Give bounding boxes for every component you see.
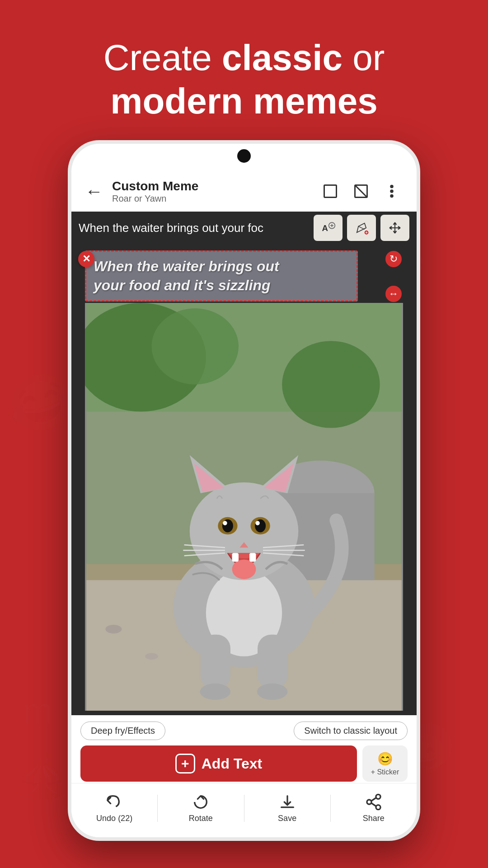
svg-point-49	[255, 521, 260, 525]
text-input[interactable]	[79, 221, 309, 235]
svg-point-62	[376, 805, 380, 810]
svg-point-11	[391, 190, 393, 193]
svg-point-30	[145, 653, 158, 660]
app-title: Custom Meme	[112, 179, 319, 193]
move-icon	[387, 220, 403, 236]
svg-point-61	[367, 800, 371, 804]
app-header: ← Custom Meme Roar or Yawn	[71, 171, 417, 212]
svg-text:🎪: 🎪	[14, 749, 70, 802]
phone-notch	[237, 149, 251, 163]
bottom-actions: Deep fry/Effects Switch to classic layou…	[71, 715, 417, 783]
canvas-area[interactable]: ✕ ↻ When the waiter brings out your food…	[71, 244, 417, 715]
svg-rect-7	[324, 185, 337, 198]
text-overlay-box[interactable]: ✕ ↻ When the waiter brings out your food…	[85, 250, 358, 302]
plus-icon: +	[175, 754, 195, 774]
chip-row: Deep fry/Effects Switch to classic layou…	[80, 722, 408, 740]
rotate-label: Rotate	[189, 814, 213, 823]
move-button[interactable]	[380, 215, 409, 241]
add-text-row: + Add Text 😊 + Sticker	[80, 745, 408, 782]
nav-save[interactable]: Save	[244, 793, 330, 823]
switch-layout-button[interactable]: Switch to classic layout	[294, 722, 408, 740]
more-options-button[interactable]	[380, 180, 403, 203]
delete-handle[interactable]: ✕	[78, 251, 94, 267]
crop-icon	[353, 183, 369, 199]
frame-button[interactable]	[319, 180, 342, 203]
svg-point-48	[223, 521, 227, 525]
svg-point-26	[152, 308, 239, 384]
font-settings-button[interactable]: A	[314, 215, 343, 241]
svg-point-27	[282, 341, 380, 428]
svg-rect-52	[232, 553, 239, 561]
app-subtitle: Roar or Yawn	[112, 193, 319, 204]
svg-rect-53	[249, 553, 256, 561]
rotate-icon	[192, 793, 210, 811]
svg-point-12	[391, 195, 393, 197]
svg-point-10	[391, 185, 393, 188]
nav-rotate[interactable]: Rotate	[158, 793, 244, 823]
svg-point-51	[232, 560, 256, 579]
share-label: Share	[363, 814, 385, 823]
svg-point-17	[365, 231, 368, 234]
svg-point-38	[257, 684, 287, 700]
paint-button[interactable]	[347, 215, 376, 241]
save-label: Save	[278, 814, 296, 823]
nav-share[interactable]: Share	[331, 793, 417, 823]
overlay-text: When the waiter brings out your food and…	[94, 257, 349, 295]
volume-button	[418, 279, 420, 325]
more-icon	[384, 183, 400, 199]
deep-fry-effects-button[interactable]: Deep fry/Effects	[80, 722, 165, 740]
cat-illustration	[85, 303, 403, 711]
frame-icon	[322, 183, 338, 199]
crop-button[interactable]	[350, 180, 372, 203]
bottom-nav: Undo (22) Rotate Save	[71, 783, 417, 837]
add-text-label: Add Text	[202, 755, 263, 772]
svg-line-63	[371, 798, 376, 801]
sticker-icon: 😊	[377, 751, 393, 766]
svg-text:A: A	[322, 223, 328, 233]
headline-line2: modern memes	[0, 80, 488, 123]
svg-point-60	[376, 794, 380, 799]
resize-handle[interactable]: ↔	[385, 286, 402, 302]
meme-image	[85, 303, 403, 711]
svg-line-64	[371, 803, 376, 806]
header-title-block: Custom Meme Roar or Yawn	[112, 179, 319, 204]
share-icon	[365, 793, 383, 811]
phone-mockup: ← Custom Meme Roar or Yawn	[68, 140, 420, 841]
font-settings-icon: A	[320, 220, 336, 236]
sticker-label: + Sticker	[371, 768, 399, 776]
undo-label: Undo (22)	[96, 814, 132, 823]
back-button[interactable]: ←	[85, 181, 103, 202]
headline-section: Create classic or modern memes	[0, 36, 488, 123]
header-icons	[319, 180, 403, 203]
text-input-bar: A	[71, 212, 417, 244]
paint-icon	[354, 220, 369, 236]
add-text-button[interactable]: + Add Text	[80, 745, 357, 782]
headline-line1: Create classic or	[0, 36, 488, 80]
svg-line-9	[355, 185, 367, 198]
sticker-button[interactable]: 😊 + Sticker	[362, 745, 408, 782]
svg-point-29	[105, 625, 122, 633]
svg-point-37	[200, 684, 230, 700]
undo-icon	[105, 793, 123, 811]
svg-text:m: m	[23, 691, 53, 731]
nav-undo[interactable]: Undo (22)	[71, 793, 157, 823]
rotate-handle[interactable]: ↻	[385, 251, 402, 267]
svg-rect-36	[258, 635, 287, 689]
svg-rect-35	[201, 635, 230, 689]
save-icon	[278, 793, 296, 811]
